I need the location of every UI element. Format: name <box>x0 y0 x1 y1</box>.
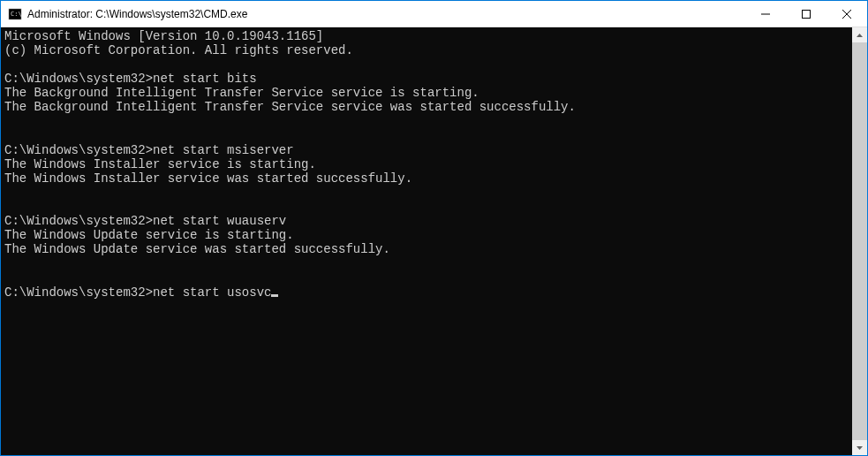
blank-line <box>4 257 852 271</box>
command-text: net start bits <box>153 72 257 86</box>
close-button[interactable] <box>826 1 867 27</box>
minimize-button[interactable] <box>745 1 786 27</box>
output-line: The Background Intelligent Transfer Serv… <box>4 100 852 114</box>
blank-line <box>4 200 852 214</box>
maximize-button[interactable] <box>786 1 826 27</box>
titlebar[interactable]: C:\ Administrator: C:\Windows\system32\C… <box>1 1 867 27</box>
vertical-scrollbar[interactable] <box>852 27 867 455</box>
prompt: C:\Windows\system32> <box>4 143 153 157</box>
window-title: Administrator: C:\Windows\system32\CMD.e… <box>27 8 745 20</box>
cmd-window: C:\ Administrator: C:\Windows\system32\C… <box>1 1 867 455</box>
banner-line: (c) Microsoft Corporation. All rights re… <box>4 43 852 57</box>
command-text: net start wuauserv <box>153 214 286 228</box>
output-line: The Background Intelligent Transfer Serv… <box>4 86 852 100</box>
output-line: The Windows Update service is starting. <box>4 228 852 242</box>
svg-text:C:\: C:\ <box>11 11 22 18</box>
blank-line <box>4 129 852 143</box>
blank-line <box>4 271 852 285</box>
output-line: The Windows Installer service was starte… <box>4 171 852 186</box>
prompt: C:\Windows\system32> <box>4 72 153 86</box>
svg-marker-6 <box>857 34 863 37</box>
scrollbar-track[interactable] <box>852 42 867 440</box>
content-area: Microsoft Windows [Version 10.0.19043.11… <box>1 27 867 455</box>
blank-line <box>4 115 852 129</box>
command-text: net start msiserver <box>153 143 294 157</box>
blank-line <box>4 57 852 72</box>
current-command-line: C:\Windows\system32>net start usosvc <box>4 285 852 300</box>
svg-marker-7 <box>857 446 863 450</box>
prompt: C:\Windows\system32> <box>4 214 153 228</box>
blank-line <box>4 186 852 200</box>
scrollbar-thumb[interactable] <box>852 42 867 440</box>
window-controls <box>745 1 867 27</box>
current-command-text: net start usosvc <box>153 285 271 300</box>
command-line: C:\Windows\system32>net start bits <box>4 72 852 86</box>
svg-rect-3 <box>803 10 811 18</box>
scroll-down-button[interactable] <box>852 440 867 455</box>
terminal-output[interactable]: Microsoft Windows [Version 10.0.19043.11… <box>1 27 852 455</box>
command-line: C:\Windows\system32>net start msiserver <box>4 143 852 157</box>
prompt: C:\Windows\system32> <box>4 285 153 300</box>
output-line: The Windows Update service was started s… <box>4 242 852 256</box>
banner-line: Microsoft Windows [Version 10.0.19043.11… <box>4 29 852 43</box>
text-cursor <box>271 294 278 297</box>
cmd-icon: C:\ <box>8 7 22 21</box>
output-line: The Windows Installer service is startin… <box>4 157 852 171</box>
command-line: C:\Windows\system32>net start wuauserv <box>4 214 852 228</box>
scroll-up-button[interactable] <box>852 27 867 42</box>
